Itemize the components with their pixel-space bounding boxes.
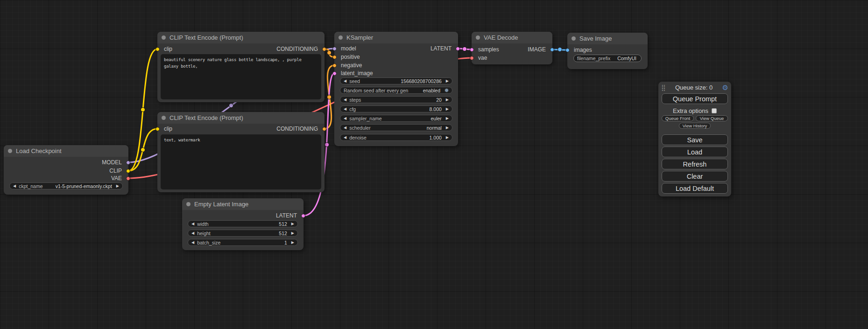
queue-prompt-button[interactable]: Queue Prompt xyxy=(662,93,728,104)
node-vae-decode[interactable]: VAE Decode samples vae IMAGE xyxy=(472,32,552,64)
output-slot-model[interactable]: MODEL xyxy=(102,159,128,166)
node-title-bar[interactable]: CLIP Text Encode (Prompt) xyxy=(157,112,325,124)
widget-random-seed-toggle[interactable]: Random seed after every gen enabled xyxy=(340,87,452,94)
input-slot-clip[interactable]: clip xyxy=(157,46,172,52)
slot-dot-clip[interactable] xyxy=(155,127,160,131)
slot-dot-image[interactable] xyxy=(565,48,570,52)
node-title-bar[interactable]: CLIP Text Encode (Prompt) xyxy=(157,32,325,43)
widget-height[interactable]: ◀ height 512 ▶ xyxy=(188,230,298,237)
increment-arrow-icon[interactable]: ▶ xyxy=(291,231,294,235)
extra-options-checkbox[interactable] xyxy=(712,108,717,113)
input-slot-negative[interactable]: negative xyxy=(334,62,362,69)
increment-arrow-icon[interactable]: ▶ xyxy=(446,98,449,102)
node-clip-text-encode-positive[interactable]: CLIP Text Encode (Prompt) clip CONDITION… xyxy=(157,32,325,102)
slot-dot-latent[interactable] xyxy=(301,214,305,218)
collapse-dot-icon[interactable] xyxy=(162,116,166,120)
node-title-bar[interactable]: Load Checkpoint xyxy=(4,145,128,157)
collapse-dot-icon[interactable] xyxy=(8,149,12,153)
widget-seed[interactable]: ◀ seed 156680208700286 ▶ xyxy=(340,77,452,84)
node-empty-latent-image[interactable]: Empty Latent Image LATENT ◀ width 512 ▶ … xyxy=(182,198,303,250)
node-ksampler[interactable]: KSampler model positive negative latent_… xyxy=(334,32,458,146)
view-queue-button[interactable]: View Queue xyxy=(696,115,728,121)
slot-dot-conditioning[interactable] xyxy=(332,55,337,59)
slot-dot-clip[interactable] xyxy=(155,47,160,51)
input-slot-positive[interactable]: positive xyxy=(334,54,360,60)
input-slot-clip[interactable]: clip xyxy=(157,126,172,132)
slot-dot-vae[interactable] xyxy=(470,56,474,60)
drag-handle-icon[interactable]: ⣿ xyxy=(661,84,666,91)
node-title-bar[interactable]: KSampler xyxy=(334,32,458,43)
output-slot-vae[interactable]: VAE xyxy=(111,175,128,182)
increment-arrow-icon[interactable]: ▶ xyxy=(116,184,119,188)
slot-dot-image[interactable] xyxy=(550,48,554,52)
increment-arrow-icon[interactable]: ▶ xyxy=(446,117,449,120)
prompt-text-input[interactable]: text, watermark xyxy=(161,134,321,189)
decrement-arrow-icon[interactable]: ◀ xyxy=(344,107,346,111)
load-button[interactable]: Load xyxy=(662,147,728,157)
node-title-bar[interactable]: VAE Decode xyxy=(472,32,552,43)
slot-dot-conditioning[interactable] xyxy=(332,63,337,68)
decrement-arrow-icon[interactable]: ◀ xyxy=(344,136,346,140)
widget-ckpt-name[interactable]: ◀ ckpt_name v1-5-pruned-emaonly.ckpt ▶ xyxy=(9,182,123,189)
collapse-dot-icon[interactable] xyxy=(476,35,480,40)
widget-scheduler[interactable]: ◀ scheduler normal ▶ xyxy=(340,124,452,131)
input-slot-vae[interactable]: vae xyxy=(472,55,487,61)
slot-dot-conditioning[interactable] xyxy=(322,127,326,131)
node-save-image[interactable]: Save Image images filename_prefix ComfyU… xyxy=(567,33,648,69)
clear-button[interactable]: Clear xyxy=(662,171,728,182)
workflow-canvas[interactable]: Load Checkpoint MODEL CLIP VAE ◀ ckpt_na… xyxy=(0,0,868,329)
widget-steps[interactable]: ◀ steps 20 ▶ xyxy=(340,96,452,103)
input-slot-latent-image[interactable]: latent_image xyxy=(334,70,373,77)
widget-batch-size[interactable]: ◀ batch_size 1 ▶ xyxy=(188,239,298,246)
refresh-button[interactable]: Refresh xyxy=(662,159,728,169)
slot-dot-latent[interactable] xyxy=(470,48,474,52)
decrement-arrow-icon[interactable]: ◀ xyxy=(344,98,346,102)
slot-dot-model[interactable] xyxy=(126,161,130,165)
widget-width[interactable]: ◀ width 512 ▶ xyxy=(188,220,298,227)
widget-sampler-name[interactable]: ◀ sampler_name euler ▶ xyxy=(340,115,452,122)
output-slot-image[interactable]: IMAGE xyxy=(528,46,552,53)
increment-arrow-icon[interactable]: ▶ xyxy=(291,241,294,245)
slot-dot-clip[interactable] xyxy=(126,169,130,173)
node-load-checkpoint[interactable]: Load Checkpoint MODEL CLIP VAE ◀ ckpt_na… xyxy=(4,145,128,195)
output-slot-latent[interactable]: LATENT xyxy=(276,212,303,219)
widget-denoise[interactable]: ◀ denoise 1.000 ▶ xyxy=(340,134,452,141)
increment-arrow-icon[interactable]: ▶ xyxy=(446,107,449,111)
slot-dot-latent[interactable] xyxy=(332,71,337,76)
collapse-dot-icon[interactable] xyxy=(339,35,343,40)
slot-dot-conditioning[interactable] xyxy=(322,47,326,51)
decrement-arrow-icon[interactable]: ◀ xyxy=(344,117,346,120)
output-slot-conditioning[interactable]: CONDITIONING xyxy=(276,126,325,132)
increment-arrow-icon[interactable]: ▶ xyxy=(446,136,449,140)
load-default-button[interactable]: Load Default xyxy=(662,183,728,194)
prompt-text-input[interactable]: beautiful scenery nature glass bottle la… xyxy=(161,54,321,99)
decrement-arrow-icon[interactable]: ◀ xyxy=(344,126,346,130)
input-slot-images[interactable]: images xyxy=(567,47,592,53)
settings-gear-icon[interactable]: ⚙ xyxy=(722,84,728,91)
decrement-arrow-icon[interactable]: ◀ xyxy=(191,231,194,235)
decrement-arrow-icon[interactable]: ◀ xyxy=(13,184,16,188)
node-clip-text-encode-negative[interactable]: CLIP Text Encode (Prompt) clip CONDITION… xyxy=(157,112,325,192)
decrement-arrow-icon[interactable]: ◀ xyxy=(191,222,194,226)
node-title-bar[interactable]: Empty Latent Image xyxy=(182,198,303,210)
slot-dot-model[interactable] xyxy=(332,47,337,51)
queue-front-button[interactable]: Queue Front xyxy=(662,115,694,121)
view-history-button[interactable]: View History xyxy=(679,123,711,129)
output-slot-latent[interactable]: LATENT xyxy=(430,45,458,52)
slot-dot-vae[interactable] xyxy=(126,176,130,181)
slot-dot-latent[interactable] xyxy=(456,47,460,51)
input-slot-samples[interactable]: samples xyxy=(472,46,499,53)
output-slot-conditioning[interactable]: CONDITIONING xyxy=(276,46,325,52)
increment-arrow-icon[interactable]: ▶ xyxy=(446,79,449,83)
toggle-dot-icon[interactable] xyxy=(445,88,449,92)
collapse-dot-icon[interactable] xyxy=(186,202,191,206)
increment-arrow-icon[interactable]: ▶ xyxy=(446,126,449,130)
output-slot-clip[interactable]: CLIP xyxy=(109,168,128,174)
input-slot-model[interactable]: model xyxy=(334,45,356,52)
decrement-arrow-icon[interactable]: ◀ xyxy=(344,79,346,83)
collapse-dot-icon[interactable] xyxy=(572,36,576,41)
save-button[interactable]: Save xyxy=(662,134,728,145)
widget-cfg[interactable]: ◀ cfg 8.000 ▶ xyxy=(340,105,452,112)
increment-arrow-icon[interactable]: ▶ xyxy=(291,222,294,226)
collapse-dot-icon[interactable] xyxy=(162,35,166,40)
